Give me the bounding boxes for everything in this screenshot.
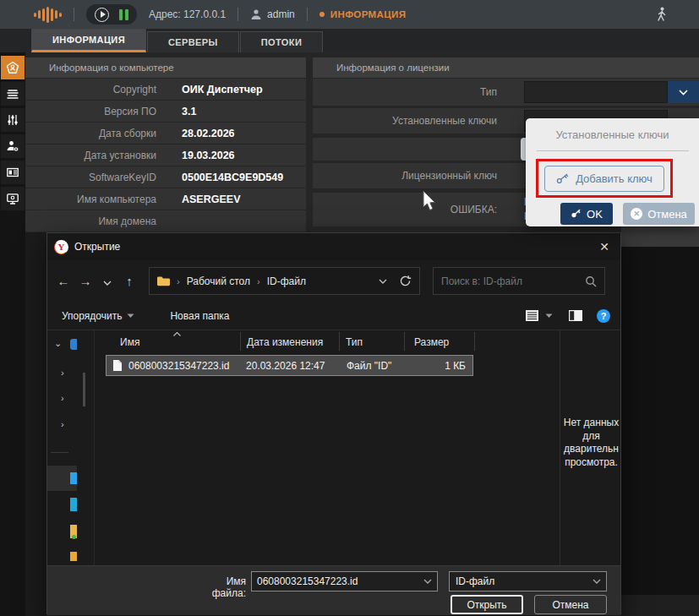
license-row-type: Тип	[313, 79, 699, 106]
license-type-input[interactable]	[524, 81, 668, 103]
filename-input[interactable]	[252, 575, 423, 587]
refresh-icon[interactable]	[399, 275, 412, 287]
tree-folder-icon[interactable]	[70, 552, 77, 561]
filename-combobox[interactable]	[251, 571, 438, 591]
preview-pane-icon[interactable]	[568, 309, 583, 322]
column-type[interactable]: Тип	[346, 336, 363, 348]
filename-label: Имя файла:	[195, 575, 246, 599]
breadcrumb-id-folder[interactable]: ID-файл	[267, 275, 306, 287]
dialog-close-button[interactable]: ✕	[593, 237, 615, 257]
current-section: ИНФОРМАЦИЯ	[319, 9, 407, 19]
pause-icon[interactable]	[119, 9, 128, 20]
file-type: Файл "ID"	[347, 360, 391, 372]
dialog-title: Открытие	[74, 241, 120, 253]
tab-bar: ИНФОРМАЦИЯ СЕРВЕРЫ ПОТОКИ	[0, 29, 699, 52]
tree-scrollbar[interactable]	[83, 373, 85, 406]
tab-servers[interactable]: СЕРВЕРЫ	[147, 31, 239, 52]
browser-logo-icon: Y	[54, 240, 68, 254]
rail-settings-button[interactable]	[1, 108, 25, 132]
playback-control	[86, 4, 137, 25]
rail-stack-button[interactable]	[1, 82, 25, 106]
dialog-title-bar[interactable]: Y Открытие ✕	[47, 233, 620, 260]
license-panel-edge	[621, 226, 699, 247]
forward-button[interactable]: →	[74, 274, 96, 288]
tab-information[interactable]: ИНФОРМАЦИЯ	[31, 29, 146, 52]
popup-cancel-button[interactable]: ✕ Отмена	[623, 203, 695, 225]
tree-item-selected[interactable]	[47, 466, 77, 491]
rail-about-button[interactable]	[1, 56, 25, 79]
file-name: 0608003215347223.id	[128, 360, 229, 372]
file-list: Имя Дата изменения Тип Размер 0608003215…	[94, 330, 560, 565]
file-size: 1 КБ	[407, 360, 466, 372]
tree-collapse-icon[interactable]: ›	[61, 393, 64, 403]
filetype-select[interactable]: ID-файл	[449, 571, 607, 591]
dialog-body: ⌄ › › › Имя	[47, 330, 620, 565]
application-window: Адрес: 127.0.0.1 admin ИНФОРМАЦИЯ ИНФОРМ…	[0, 0, 699, 616]
walking-person-icon[interactable]	[656, 7, 667, 23]
column-resize-handle[interactable]	[339, 332, 340, 351]
folder-tree: ⌄ › › ›	[47, 330, 94, 565]
column-name[interactable]: Имя	[120, 336, 139, 348]
tree-item-icon[interactable]	[70, 498, 77, 511]
column-headers: Имя Дата изменения Тип Размер	[95, 330, 560, 352]
help-icon[interactable]: ?	[597, 309, 610, 323]
search-input[interactable]	[441, 275, 576, 287]
info-row-software-key: SoftwareKeyID0500E14BC9E9D549	[25, 166, 306, 188]
cancel-circle-icon: ✕	[631, 208, 642, 220]
column-resize-handle[interactable]	[240, 332, 241, 351]
column-size[interactable]: Размер	[414, 336, 449, 348]
preview-text-line: Нет данных	[560, 417, 622, 430]
address-dropdown-icon[interactable]	[379, 279, 387, 284]
file-open-dialog: Y Открытие ✕ ← → ↑ › Рабочий стол › ID-ф…	[46, 232, 621, 614]
ok-button[interactable]: OK	[560, 203, 613, 225]
preview-text-line: дварительн	[560, 443, 622, 456]
back-button[interactable]: ←	[52, 274, 74, 288]
info-row-domain-name: Имя домена	[25, 210, 306, 232]
organize-dropdown-icon[interactable]	[127, 313, 134, 319]
app-logo-waveform-icon	[34, 7, 62, 23]
panel-title: Информация о лицензии	[313, 57, 699, 78]
column-resize-handle[interactable]	[474, 332, 475, 351]
highlight-annotation	[536, 159, 673, 198]
tab-streams[interactable]: ПОТОКИ	[240, 31, 323, 52]
dialog-cancel-button[interactable]: Отмена	[534, 595, 607, 614]
column-date[interactable]: Дата изменения	[247, 336, 323, 348]
installed-keys-popup: Установленные ключи Добавить ключ OK ✕ О…	[526, 118, 699, 226]
breadcrumb-separator: ›	[257, 276, 260, 286]
user-gear-icon	[6, 139, 19, 153]
up-button[interactable]: ↑	[118, 274, 140, 288]
breadcrumb-desktop[interactable]: Рабочий стол	[187, 275, 250, 287]
column-resize-handle[interactable]	[404, 332, 405, 351]
address-bar[interactable]: › Рабочий стол › ID-файл	[149, 267, 420, 295]
search-box[interactable]	[433, 267, 605, 295]
license-type-dropdown-button[interactable]	[668, 81, 699, 103]
view-mode-dropdown-icon[interactable]	[545, 313, 553, 319]
preview-text-line: для	[560, 430, 622, 444]
chevron-down-icon[interactable]	[423, 579, 432, 584]
stack-icon	[6, 87, 19, 101]
file-row-selected[interactable]: 0608003215347223.id 20.03.2026 12:47 Фай…	[106, 355, 473, 376]
top-bar: Адрес: 127.0.0.1 admin ИНФОРМАЦИЯ	[0, 0, 699, 29]
rail-users-button[interactable]	[1, 134, 25, 158]
view-mode-icon[interactable]	[525, 309, 539, 322]
organize-button[interactable]: Упорядочить	[62, 310, 122, 322]
history-dropdown-button[interactable]	[96, 274, 118, 288]
background-region	[621, 595, 699, 616]
rail-card-button[interactable]	[1, 161, 25, 184]
tree-collapse-icon[interactable]: ›	[61, 368, 64, 378]
info-row-build-date: Дата сборки28.02.2026	[25, 123, 306, 144]
play-icon[interactable]	[95, 8, 109, 22]
chevron-down-icon[interactable]	[593, 579, 601, 584]
search-icon[interactable]	[585, 275, 597, 287]
tree-sync-badge	[72, 535, 76, 539]
tree-collapse-icon[interactable]: ›	[61, 419, 64, 429]
info-row-version: Версия ПО3.1	[25, 101, 306, 122]
file-date: 20.03.2026 12:47	[246, 360, 325, 372]
user-menu[interactable]: admin	[250, 8, 295, 20]
open-button[interactable]: Открыть	[451, 595, 523, 614]
tree-expand-icon[interactable]: ⌄	[54, 338, 62, 349]
shield-person-icon	[6, 61, 19, 74]
rail-display-button[interactable]	[1, 187, 25, 210]
new-folder-button[interactable]: Новая папка	[170, 310, 229, 322]
preview-pane: Нет данных для дварительн просмотра.	[560, 330, 622, 565]
